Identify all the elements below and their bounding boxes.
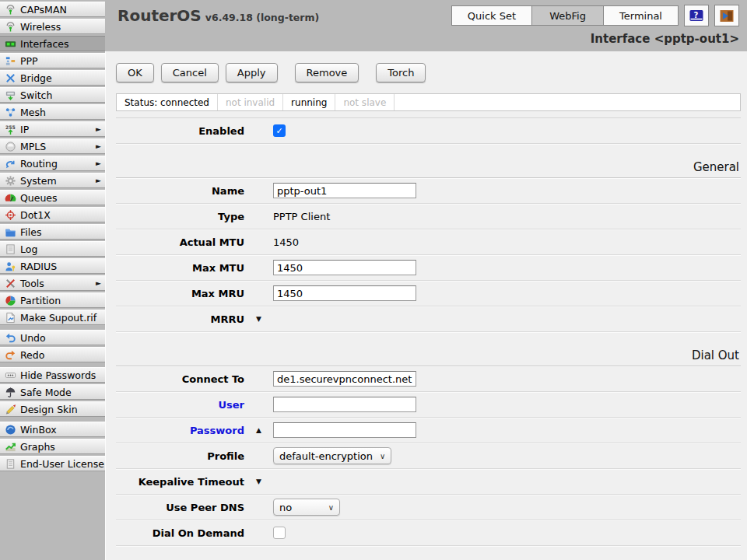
graphs-icon bbox=[5, 441, 16, 453]
chevron-down-icon: ∨ bbox=[380, 452, 385, 460]
submenu-arrow-icon: ► bbox=[96, 159, 102, 167]
sidebar-item-queues[interactable]: Queues bbox=[0, 190, 105, 205]
sidebar-item-log[interactable]: Log bbox=[0, 241, 105, 257]
sidebar-item-dot1x[interactable]: Dot1X bbox=[0, 207, 105, 222]
keepalive-timeout-expand-toggle[interactable]: ▼ bbox=[256, 478, 261, 485]
form-row-max-mru: Max MRU bbox=[116, 281, 741, 306]
max-mtu-label: Max MTU bbox=[116, 262, 244, 274]
form-row-name: Name bbox=[116, 178, 741, 204]
sidebar-item-winbox[interactable]: WinBox bbox=[0, 422, 105, 437]
sidebar-item-capsman[interactable]: CAPsMAN bbox=[0, 2, 105, 17]
ip-icon: 255 bbox=[5, 124, 16, 135]
sidebar-item-safe-mode[interactable]: Safe Mode bbox=[0, 384, 105, 400]
ok-button[interactable]: OK bbox=[116, 63, 154, 82]
sidebar-item-redo[interactable]: Redo bbox=[0, 347, 105, 362]
top-nav: Quick Set WebFig Terminal ? bbox=[451, 5, 739, 26]
sidebar-item-label: IP bbox=[20, 124, 29, 135]
sidebar-item-mesh[interactable]: Mesh bbox=[0, 104, 105, 120]
password-collapse-toggle[interactable]: ▲ bbox=[256, 426, 261, 434]
sidebar-item-label: End-User License bbox=[20, 458, 104, 470]
max-mru-input[interactable] bbox=[273, 285, 416, 301]
cancel-button[interactable]: Cancel bbox=[161, 63, 219, 82]
form-row-keepalive-timeout: Keepalive Timeout ▼ bbox=[116, 469, 741, 495]
sidebar-item-label: Files bbox=[20, 226, 41, 238]
max-mru-label: Max MRU bbox=[116, 288, 244, 299]
antenna-icon bbox=[5, 21, 16, 33]
gear-icon bbox=[5, 175, 16, 187]
nav-quick-set-button[interactable]: Quick Set bbox=[451, 5, 531, 26]
password-label: Password bbox=[116, 425, 244, 436]
sidebar-item-wireless[interactable]: Wireless bbox=[0, 19, 105, 34]
sidebar-item-label: Undo bbox=[20, 332, 46, 344]
ppp-icon bbox=[5, 55, 16, 67]
user-input[interactable] bbox=[273, 397, 416, 412]
queues-icon bbox=[5, 192, 16, 204]
sidebar-item-make-supout-rif[interactable]: Make Supout.rif bbox=[0, 310, 105, 325]
sidebar-item-undo[interactable]: Undo bbox=[0, 330, 105, 345]
logout-button[interactable] bbox=[714, 5, 739, 26]
bridge-icon bbox=[5, 72, 16, 84]
sidebar-item-mpls[interactable]: MPLS► bbox=[0, 138, 105, 154]
sidebar-item-label: Log bbox=[20, 243, 37, 255]
sidebar-item-hide-passwords[interactable]: Hide Passwords bbox=[0, 367, 105, 383]
actual-mtu-value: 1450 bbox=[273, 236, 299, 248]
enabled-label: Enabled bbox=[116, 125, 244, 137]
profile-select[interactable]: default-encryption ∨ bbox=[273, 447, 391, 464]
manual-button[interactable]: ? bbox=[684, 5, 709, 26]
partition-icon bbox=[5, 295, 16, 306]
sidebar-menu: CAPsMANWirelessInterfacesPPPBridgeSwitch… bbox=[0, 2, 105, 471]
sidebar-item-graphs[interactable]: Graphs bbox=[0, 439, 105, 454]
torch-button[interactable]: Torch bbox=[376, 63, 426, 82]
section-dial-out: Dial Out bbox=[116, 332, 741, 366]
user-label: User bbox=[116, 399, 244, 411]
form-row-user: User bbox=[116, 392, 741, 418]
sidebar-item-partition[interactable]: Partition bbox=[0, 292, 105, 308]
form-row-password: Password ▲ bbox=[116, 418, 741, 443]
umbrella-icon bbox=[5, 387, 16, 398]
use-peer-dns-label: Use Peer DNS bbox=[116, 502, 244, 513]
sidebar-item-system[interactable]: System► bbox=[0, 173, 105, 188]
tools-icon bbox=[5, 278, 16, 289]
form-row-max-mtu: Max MTU bbox=[116, 255, 741, 281]
apply-button[interactable]: Apply bbox=[226, 63, 278, 82]
page-title: Interface <pptp-out1> bbox=[591, 32, 739, 46]
use-peer-dns-select[interactable]: no ∨ bbox=[273, 499, 340, 516]
sidebar-item-switch[interactable]: Switch bbox=[0, 87, 105, 103]
password-input[interactable] bbox=[273, 422, 416, 438]
status-not-slave: not slave bbox=[335, 94, 395, 110]
form-row-actual-mtu: Actual MTU 1450 bbox=[116, 229, 741, 255]
sidebar-item-design-skin[interactable]: Design Skin bbox=[0, 401, 105, 417]
connect-to-input[interactable] bbox=[273, 371, 416, 387]
sidebar-item-label: Redo bbox=[20, 349, 44, 361]
actual-mtu-label: Actual MTU bbox=[116, 236, 244, 248]
name-input[interactable] bbox=[273, 183, 416, 198]
sidebar-item-ppp[interactable]: PPP bbox=[0, 53, 105, 68]
form-row-mrru: MRRU ▼ bbox=[116, 306, 741, 332]
sidebar-item-ip[interactable]: 255IP► bbox=[0, 121, 105, 137]
sidebar-item-label: Partition bbox=[20, 295, 61, 306]
chevron-down-icon: ∨ bbox=[328, 503, 334, 512]
dot1x-icon bbox=[5, 209, 16, 221]
mrru-expand-toggle[interactable]: ▼ bbox=[256, 315, 261, 323]
dial-on-demand-checkbox[interactable] bbox=[273, 527, 286, 539]
sidebar-item-label: Graphs bbox=[20, 441, 55, 453]
sidebar-item-tools[interactable]: Tools► bbox=[0, 275, 105, 291]
remove-button[interactable]: Remove bbox=[295, 63, 359, 82]
sidebar-item-routing[interactable]: Routing► bbox=[0, 156, 105, 171]
status-connected: Status: connected bbox=[117, 94, 218, 110]
sidebar-item-radius[interactable]: RADIUS bbox=[0, 258, 105, 274]
sidebar-item-files[interactable]: Files bbox=[0, 224, 105, 240]
sidebar-item-end-user-license[interactable]: End-User License bbox=[0, 456, 105, 471]
section-dial-out-title: Dial Out bbox=[692, 348, 741, 362]
nav-webfig-button[interactable]: WebFig bbox=[531, 5, 603, 26]
sidebar-item-interfaces[interactable]: Interfaces bbox=[0, 36, 105, 51]
section-general-title: General bbox=[693, 160, 741, 174]
sidebar-item-bridge[interactable]: Bridge bbox=[0, 70, 105, 86]
mrru-label: MRRU bbox=[116, 313, 244, 325]
enabled-checkbox[interactable]: ✓ bbox=[273, 124, 286, 137]
sidebar-item-label: Make Supout.rif bbox=[20, 312, 96, 324]
form-row-dial-on-demand: Dial On Demand bbox=[116, 520, 741, 546]
status-filler bbox=[395, 94, 740, 110]
nav-terminal-button[interactable]: Terminal bbox=[603, 5, 679, 26]
max-mtu-input[interactable] bbox=[273, 260, 416, 275]
